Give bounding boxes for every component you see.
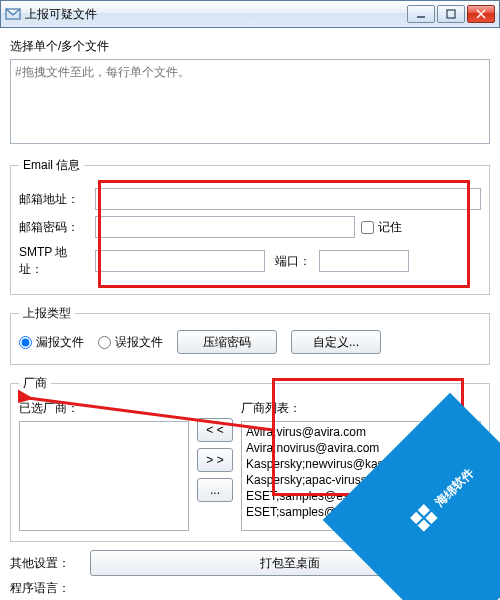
remember-label: 记住 [378,219,402,236]
svg-rect-9 [425,512,437,524]
smtp-label: SMTP 地址： [19,244,89,278]
port-label: 端口： [275,253,311,270]
email-legend: Email 信息 [19,157,84,174]
svg-rect-6 [410,512,422,524]
uptype-fieldset: 上报类型 漏报文件 误报文件 压缩密码 自定义... [10,305,490,365]
port-input[interactable] [319,250,409,272]
window-title: 上报可疑文件 [25,6,407,23]
close-button[interactable] [467,5,495,23]
move-left-button[interactable]: < < [197,418,233,442]
email-addr-input[interactable] [95,188,481,210]
svg-rect-8 [418,519,430,531]
window-buttons [407,5,495,23]
vendor-legend: 厂商 [19,375,51,392]
lang-label: 程序语言： [10,580,80,597]
files-textarea[interactable] [10,59,490,144]
selected-vendor-label: 已选厂商： [19,400,189,417]
svg-rect-2 [447,10,455,18]
maximize-button[interactable] [437,5,465,23]
app-icon [5,6,21,22]
email-fieldset: Email 信息 邮箱地址： 邮箱密码： 记住 SMTP 地址： 端口： [10,157,490,295]
miss-radio[interactable]: 漏报文件 [19,334,84,351]
watermark-text: 海绵软件 [431,464,477,510]
watermark-icon [405,499,442,536]
email-pass-input[interactable] [95,216,355,238]
titlebar: 上报可疑文件 [0,0,500,28]
selected-vendor-list[interactable] [19,421,189,531]
email-addr-label: 邮箱地址： [19,191,89,208]
zip-password-button[interactable]: 压缩密码 [177,330,277,354]
miss-radio-input[interactable] [19,336,32,349]
smtp-input[interactable] [95,250,265,272]
more-button[interactable]: ... [197,478,233,502]
svg-rect-7 [418,504,430,516]
custom-button[interactable]: 自定义... [291,330,381,354]
remember-checkbox[interactable] [361,221,374,234]
move-right-button[interactable]: > > [197,448,233,472]
false-radio[interactable]: 误报文件 [98,334,163,351]
files-label: 选择单个/多个文件 [10,38,490,55]
false-radio-input[interactable] [98,336,111,349]
remember-check[interactable]: 记住 [361,219,402,236]
uptype-legend: 上报类型 [19,305,75,322]
other-label: 其他设置： [10,555,80,572]
email-pass-label: 邮箱密码： [19,219,89,236]
minimize-button[interactable] [407,5,435,23]
